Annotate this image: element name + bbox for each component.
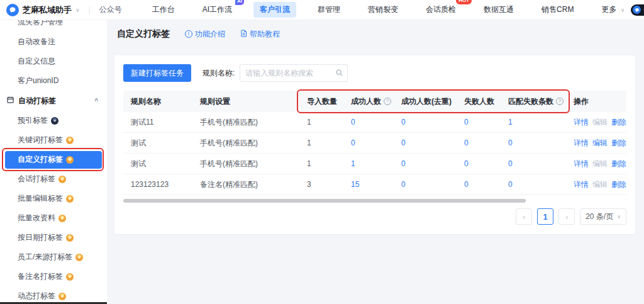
medal-badge-icon: [66, 137, 74, 144]
sidebar-item-label: 备注名打标签: [18, 271, 63, 282]
brand-logo[interactable]: 芝麻私域助手 ∨ | 公众号: [0, 4, 122, 16]
cell-success-dedup: 0: [394, 138, 457, 147]
success-count-link[interactable]: 0: [351, 138, 355, 147]
sidebar-item-churn-management[interactable]: 流失客户管理: [0, 20, 107, 32]
horizontal-scrollbar[interactable]: [123, 199, 526, 203]
sidebar-item-label: 批量改资料: [18, 213, 55, 223]
sidebar-item-custom-tagging[interactable]: 自定义打标签: [0, 150, 107, 169]
next-page-button[interactable]: ›: [558, 208, 575, 225]
sidebar-item-custom-tagging-active: 自定义打标签: [5, 151, 102, 169]
delete-link[interactable]: 删除: [611, 179, 626, 190]
cell-import-count: 1: [299, 138, 343, 147]
table-row: 测试 手机号(精准匹配) 1 0 0 0 0 详情 编辑 删除: [123, 133, 626, 154]
logo-caret-down-icon[interactable]: ∨: [75, 7, 80, 13]
channel-switch-link[interactable]: 公众号: [99, 4, 122, 15]
sidebar-item-keyword-tagging[interactable]: 关键词打标签: [0, 130, 107, 150]
cell-actions: 详情 编辑 删除: [567, 117, 626, 128]
cell-match-fail-count: 0: [501, 159, 567, 168]
help-question-icon[interactable]: ?: [384, 98, 391, 105]
search-icon[interactable]: [335, 69, 343, 79]
success-count-link[interactable]: 15: [351, 180, 359, 189]
cell-rule-name: 测试: [123, 159, 192, 169]
match-fail-link[interactable]: 0: [508, 159, 513, 168]
feature-intro-link[interactable]: i 功能介绍: [185, 29, 225, 40]
sidebar-item-chat-tagging[interactable]: 会话打标签: [0, 169, 107, 189]
medal-badge-icon: [66, 195, 74, 203]
detail-link[interactable]: 详情: [574, 138, 589, 149]
edit-link[interactable]: 编辑: [592, 159, 608, 169]
hot-badge: HOT: [456, 0, 472, 4]
cell-rule-setting: 手机号(精准匹配): [192, 138, 299, 149]
sidebar-item-customer-unionid[interactable]: 客户unionID: [0, 71, 107, 91]
page-size-select[interactable]: 20 条/页 ∨: [580, 208, 626, 225]
page-title: 自定义打标签: [117, 28, 170, 40]
col-rule-setting: 规则设置: [192, 96, 299, 107]
match-fail-link[interactable]: 0: [508, 138, 513, 147]
sidebar-item-staff-source-tagging[interactable]: 员工/来源打标签: [0, 247, 107, 267]
current-page-button[interactable]: 1: [537, 208, 553, 225]
import-count-value: 3: [307, 180, 311, 189]
new-tagging-task-button[interactable]: 新建打标签任务: [123, 64, 191, 82]
edit-link[interactable]: 编辑: [592, 117, 608, 128]
sidebar-item-label: 按日期打标签: [18, 232, 63, 243]
sidebar-item-date-tagging[interactable]: 按日期打标签: [0, 228, 107, 247]
success-count-link[interactable]: 1: [351, 159, 355, 168]
cell-match-fail-count: 0: [501, 180, 567, 189]
col-success-count-label: 成功人数: [351, 96, 381, 107]
delete-link[interactable]: 删除: [611, 138, 626, 149]
match-fail-link[interactable]: 1: [508, 118, 513, 127]
cell-import-count: 1: [299, 118, 343, 127]
sidebar-item-batch-edit-profile[interactable]: 批量改资料: [0, 208, 107, 228]
nav-item-data-exchange[interactable]: 数据互通: [477, 2, 520, 18]
fail-count-link[interactable]: 0: [464, 118, 469, 127]
detail-link[interactable]: 详情: [574, 179, 589, 190]
sidebar-item-batch-edit-tags[interactable]: 批量编辑标签: [0, 189, 107, 208]
card-toolbar: 新建打标签任务 规则名称:: [123, 64, 626, 82]
feature-intro-label: 功能介绍: [195, 29, 225, 40]
delete-link[interactable]: 删除: [611, 117, 626, 128]
nav-item-group-management[interactable]: 群管理: [311, 2, 347, 18]
nav-item-chat-inspection[interactable]: 会话质检 HOT: [419, 2, 462, 18]
sidebar-item-custom-info[interactable]: 自定义信息: [0, 52, 107, 71]
nav-item-sales-crm[interactable]: 销售CRM: [535, 2, 580, 18]
page-size-caret-down-icon: ∨: [617, 214, 621, 220]
section-collapse-caret-icon[interactable]: ^: [94, 98, 98, 104]
edit-link[interactable]: 编辑: [592, 179, 608, 190]
success-dedup-link[interactable]: 0: [401, 138, 406, 147]
edit-link[interactable]: 编辑: [592, 138, 608, 149]
success-count-link[interactable]: 0: [351, 118, 355, 127]
sidebar-item-dynamic-tagging[interactable]: 动态打标签: [0, 286, 107, 304]
sidebar-section-label: 自动打标签: [18, 96, 56, 106]
table-header-row: 规则名称 规则设置 导入数量 成功人数 ? 成功人数(去重) 失败人数 匹配失败…: [123, 91, 626, 112]
sidebar-item-label: 会话打标签: [18, 174, 55, 184]
sidebar-item-label: 自定义打标签: [18, 154, 63, 165]
nav-item-workbench[interactable]: 工作台: [146, 2, 181, 18]
pagination: ‹ 1 › 20 条/页 ∨: [123, 208, 626, 225]
app-window: 芝麻私域助手 ∨ | 公众号 工作台 AI工作流 AI 客户引流 群管理 营销裂…: [0, 0, 644, 304]
sidebar-item-preset-tag[interactable]: 预引标签: [0, 111, 107, 130]
nav-item-more[interactable]: 更多 ∨: [595, 2, 631, 18]
success-dedup-link[interactable]: 0: [401, 159, 406, 168]
match-fail-link[interactable]: 0: [508, 180, 513, 189]
success-dedup-link[interactable]: 0: [401, 180, 406, 189]
rule-search-input[interactable]: [240, 64, 348, 82]
fail-count-link[interactable]: 0: [464, 159, 469, 168]
fail-count-link[interactable]: 0: [464, 138, 469, 147]
detail-link[interactable]: 详情: [574, 117, 589, 128]
plan-badge[interactable]: 企业版 V3: [631, 4, 644, 16]
fail-count-link[interactable]: 0: [464, 180, 469, 189]
help-question-icon[interactable]: ?: [556, 98, 564, 105]
help-tutorial-label: 帮助教程: [250, 29, 280, 40]
sidebar-item-auto-remark[interactable]: 自动改备注: [0, 32, 107, 52]
sidebar-section-auto-tagging[interactable]: 自动打标签 ^: [0, 91, 107, 111]
help-tutorial-link[interactable]: 帮助教程: [240, 29, 280, 40]
success-dedup-link[interactable]: 0: [401, 118, 406, 127]
nav-item-ai-workflow[interactable]: AI工作流 AI: [196, 2, 238, 18]
prev-page-button[interactable]: ‹: [516, 208, 532, 225]
nav-item-chat-inspection-label: 会话质检: [426, 5, 456, 14]
nav-item-customer-acquisition[interactable]: 客户引流: [253, 2, 296, 18]
nav-item-marketing-fission[interactable]: 营销裂变: [362, 2, 404, 18]
delete-link[interactable]: 删除: [611, 159, 626, 169]
sidebar-item-remark-name-tagging[interactable]: 备注名打标签: [0, 267, 107, 286]
detail-link[interactable]: 详情: [574, 159, 589, 169]
